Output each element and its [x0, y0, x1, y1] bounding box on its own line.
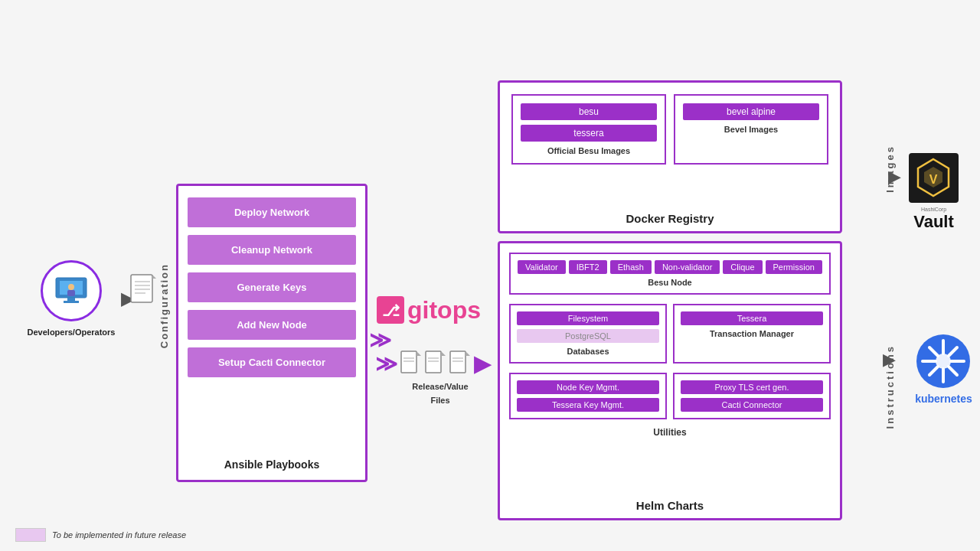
besu-node-title: Besu Node	[648, 278, 691, 287]
svg-marker-7	[152, 275, 156, 279]
ansible-box: Deploy Network Cleanup Network Generate …	[176, 184, 368, 482]
svg-rect-6	[131, 275, 152, 302]
helm-charts-box: Validator IBFT2 Ethash Non-validator Cli…	[498, 241, 842, 520]
svg-marker-19	[441, 351, 446, 356]
validator-badge: Validator	[518, 260, 566, 274]
release-files-label: Release/ValueFiles	[390, 379, 490, 406]
svg-marker-15	[416, 351, 421, 356]
utilities-label: Utilities	[509, 427, 831, 438]
proxy-tls-badge: Proxy TLS cert gen.	[681, 380, 823, 394]
docker-registry-label: Docker Registry	[500, 212, 840, 225]
bevel-images-label: Bevel Images	[724, 125, 778, 134]
arrow-docker-vault: ▶	[888, 167, 901, 187]
developer-icon	[41, 260, 102, 321]
filesystem-badge: Filesystem	[517, 311, 659, 325]
arrow-gitops-files: ≫ ▶	[375, 350, 491, 377]
cleanup-network-button[interactable]: Cleanup Network	[188, 235, 356, 265]
diagram: Developers/Operators ▶ Configuration Dep…	[0, 0, 980, 551]
generate-keys-button[interactable]: Generate Keys	[188, 272, 356, 302]
ansible-title: Ansible Playbooks	[178, 458, 365, 471]
configuration-label: Configuration	[158, 230, 170, 383]
databases-box: Filesystem PostgreSQL Databases	[509, 304, 667, 364]
clique-badge: Clique	[723, 260, 762, 274]
node-key-mgmt-badge: Node Key Mgmt.	[517, 380, 659, 394]
transaction-manager-box: Tessera Transaction Manager	[673, 304, 831, 364]
docker-registry-box: besu tessera Official Besu Images bevel …	[498, 80, 842, 233]
setup-cacti-button[interactable]: Setup Cacti Connector	[188, 347, 356, 377]
tessera-tm-badge: Tessera	[681, 311, 823, 325]
add-new-node-button[interactable]: Add New Node	[188, 310, 356, 340]
svg-marker-23	[466, 351, 470, 356]
developer-label: Developers/Operators	[28, 328, 116, 337]
besu-node-box: Validator IBFT2 Ethash Non-validator Cli…	[509, 253, 831, 295]
svg-text:⎇: ⎇	[382, 302, 400, 319]
databases-title: Databases	[567, 347, 609, 356]
besu-badge: besu	[521, 103, 657, 120]
official-besu-label: Official Besu Images	[547, 146, 630, 155]
vault-label: Vault	[913, 212, 954, 232]
bevel-images: bevel alpine Bevel Images	[674, 94, 828, 165]
legend-text: To be implemented in future release	[52, 530, 186, 540]
utilities-left-box: Node Key Mgmt. Tessera Key Mgmt.	[509, 373, 667, 419]
utilities-right-box: Proxy TLS cert gen. Cacti Connector	[673, 373, 831, 419]
postgresql-badge: PostgreSQL	[517, 329, 659, 343]
vault-section: V HashiCorp Vault	[901, 153, 966, 232]
ethash-badge: Ethash	[610, 260, 652, 274]
deploy-network-button[interactable]: Deploy Network	[188, 197, 356, 227]
svg-point-4	[68, 284, 74, 290]
bevel-alpine-badge: bevel alpine	[683, 103, 819, 120]
official-besu-images: besu tessera Official Besu Images	[511, 94, 666, 165]
ibft2-badge: IBFT2	[569, 260, 607, 274]
vault-icon: V	[909, 153, 959, 206]
svg-rect-3	[64, 301, 79, 303]
kubernetes-section: ▶ kubernetes	[915, 333, 972, 405]
arrow-ansible-gitops: ≫	[369, 328, 391, 353]
config-doc	[130, 274, 157, 306]
legend-color-box	[15, 528, 46, 542]
svg-rect-22	[450, 351, 466, 373]
svg-rect-5	[67, 290, 75, 296]
kubernetes-label: kubernetes	[915, 393, 972, 405]
helm-title: Helm Charts	[500, 499, 840, 512]
legend: To be implemented in future release	[15, 528, 186, 542]
cacti-connector-badge: Cacti Connector	[681, 398, 823, 412]
svg-rect-18	[426, 351, 441, 373]
svg-text:V: V	[929, 173, 938, 186]
permission-badge: Permission	[766, 260, 822, 274]
gitops-logo: ⎇ gitops	[375, 295, 481, 325]
tessera-key-mgmt-badge: Tessera Key Mgmt.	[517, 398, 659, 412]
non-validator-badge: Non-validator	[655, 260, 720, 274]
hashicorp-label: HashiCorp	[921, 207, 946, 212]
instructions-label: Instructions	[884, 253, 896, 520]
arrow-helm-k8s: ▶	[883, 350, 896, 370]
transaction-manager-title: Transaction Manager	[710, 329, 794, 338]
svg-rect-14	[401, 351, 416, 373]
tessera-badge: tessera	[521, 125, 657, 142]
